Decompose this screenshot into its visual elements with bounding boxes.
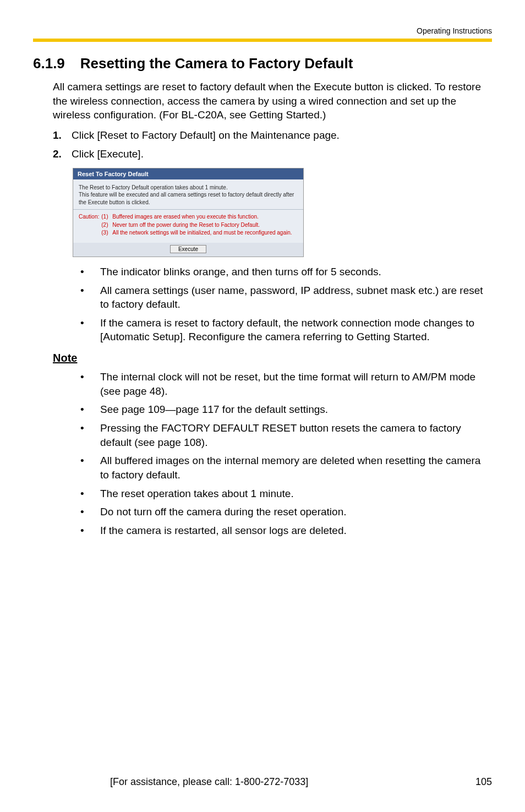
dialog-titlebar: Reset To Factory Default xyxy=(73,168,303,179)
section-number: 6.1.9 xyxy=(33,55,65,72)
dialog-caution: Caution: (1) Buffered images are erased … xyxy=(79,213,298,237)
list-item: All camera settings (user name, password… xyxy=(75,284,492,312)
note-bullets: The internal clock will not be reset, bu… xyxy=(75,370,492,537)
caution-item-number: (1) xyxy=(101,213,112,221)
step-item: 2. Click [Execute]. xyxy=(53,146,492,162)
page-footer: [For assistance, please call: 1-800-272-… xyxy=(33,776,492,788)
dialog-separator xyxy=(73,209,303,210)
caution-label: Caution: xyxy=(79,213,101,237)
header-doc-label: Operating Instructions xyxy=(417,26,492,35)
step-text: Click [Execute]. xyxy=(72,146,144,162)
step-item: 1. Click [Reset to Factory Default] on t… xyxy=(53,128,492,144)
caution-item-text: All the network settings will be initial… xyxy=(112,229,292,237)
step-number: 1. xyxy=(53,128,72,144)
caution-item-number: (2) xyxy=(101,221,112,229)
caution-item-number: (3) xyxy=(101,229,112,237)
section-title: Resetting the Camera to Factory Default xyxy=(80,55,353,72)
step-number: 2. xyxy=(53,146,72,162)
list-item: If the camera is reset to factory defaul… xyxy=(75,316,492,344)
note-heading: Note xyxy=(53,352,492,364)
dialog-paragraph: The Reset to Factory Default operation t… xyxy=(79,184,298,206)
post-bullets: The indicator blinks orange, and then tu… xyxy=(75,265,492,344)
dialog-body: The Reset to Factory Default operation t… xyxy=(73,179,303,243)
section-heading: 6.1.9Resetting the Camera to Factory Def… xyxy=(33,55,492,72)
list-item: Pressing the FACTORY DEFAULT RESET butto… xyxy=(75,421,492,449)
accent-bar xyxy=(33,39,492,42)
list-item: The internal clock will not be reset, bu… xyxy=(75,370,492,398)
list-item: All buffered images on the internal memo… xyxy=(75,454,492,482)
caution-item: (1) Buffered images are erased when you … xyxy=(101,213,298,221)
caution-item-text: Never turn off the power during the Rese… xyxy=(112,221,260,229)
list-item: See page 109—page 117 for the default se… xyxy=(75,402,492,417)
list-item: The reset operation takes about 1 minute… xyxy=(75,487,492,501)
step-text: Click [Reset to Factory Default] on the … xyxy=(72,128,340,144)
list-item: If the camera is restarted, all sensor l… xyxy=(75,524,492,538)
steps-list: 1. Click [Reset to Factory Default] on t… xyxy=(53,128,492,162)
execute-button[interactable]: Execute xyxy=(170,245,206,253)
caution-item-text: Buffered images are erased when you exec… xyxy=(112,213,259,221)
list-item: Do not turn off the camera during the re… xyxy=(75,505,492,519)
reset-dialog-figure: Reset To Factory Default The Reset to Fa… xyxy=(73,168,304,257)
footer-assist: [For assistance, please call: 1-800-272-… xyxy=(110,776,308,788)
list-item: The indicator blinks orange, and then tu… xyxy=(75,265,492,279)
caution-item: (3) All the network settings will be ini… xyxy=(101,229,298,237)
caution-item: (2) Never turn off the power during the … xyxy=(101,221,298,229)
footer-page-number: 105 xyxy=(475,776,492,788)
dialog-button-row: Execute xyxy=(73,243,303,257)
intro-paragraph: All camera settings are reset to factory… xyxy=(53,80,492,122)
